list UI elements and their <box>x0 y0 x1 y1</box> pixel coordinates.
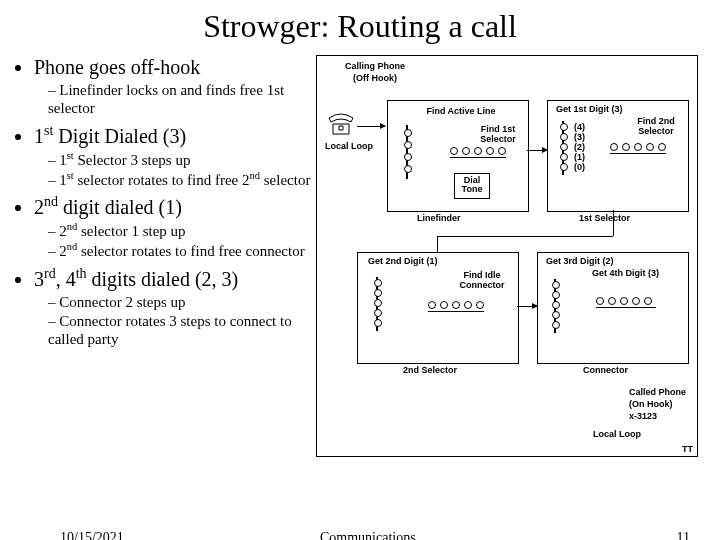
horiz-selector-icon <box>596 307 656 311</box>
switch-icon <box>548 279 594 333</box>
switch-icon <box>400 125 446 179</box>
bullet-2-text: 1st Digit Dialed (3) <box>34 125 186 147</box>
off-hook-label: (Off Hook) <box>335 74 415 84</box>
first-selector-label: 1st Selector <box>579 214 630 224</box>
bullet-1-text: Phone goes off-hook <box>34 56 200 78</box>
find-active-label: Find Active Line <box>406 107 516 117</box>
bullet-2: 1st Digit Dialed (3) 1st Selector 3 step… <box>34 123 316 189</box>
footer-date: 10/15/2021 <box>60 530 124 540</box>
called-number-label: x-3123 <box>629 412 699 422</box>
connector-line <box>437 236 438 252</box>
first-selector-box: Get 1st Digit (3) Find 2nd Selector (4) … <box>547 100 689 212</box>
bullet-3: 2nd digit dialed (1) 2nd selector 1 step… <box>34 195 316 261</box>
find-idle-label: Find Idle Connector <box>452 271 512 291</box>
horiz-selector-icon <box>428 311 484 315</box>
subbullet: 2nd selector 1 step up <box>48 221 316 240</box>
calling-phone-label: Calling Phone <box>335 62 415 72</box>
bullet-4: 3rd, 4th digits dialed (2, 3) Connector … <box>34 266 316 348</box>
local-loop-2-label: Local Loop <box>593 430 641 440</box>
phone-icon <box>327 112 355 136</box>
subbullet: Connector 2 steps up <box>48 293 316 311</box>
linefinder-label: Linefinder <box>417 214 461 224</box>
get-2nd-digit-label: Get 2nd Digit (1) <box>368 257 438 267</box>
subbullet: 1st selector rotates to find free 2nd se… <box>48 170 316 189</box>
called-phone-label: Called Phone <box>629 388 699 398</box>
strowger-diagram: Calling Phone (Off Hook) Local Loop Find… <box>316 55 698 457</box>
footer-title: Communications <box>320 530 416 540</box>
dial-tone-box: Dial Tone <box>454 173 490 199</box>
arrow-icon <box>357 126 385 127</box>
bullet-3-text: 2nd digit dialed (1) <box>34 196 182 218</box>
second-selector-label: 2nd Selector <box>403 366 457 376</box>
bullet-4-text: 3rd, 4th digits dialed (2, 3) <box>34 268 238 290</box>
tt-credit: TT <box>682 444 693 454</box>
arrow-icon <box>527 150 547 151</box>
on-hook-label: (On Hook) <box>629 400 699 410</box>
subbullet: 2nd selector rotates to find free connec… <box>48 241 316 260</box>
second-selector-box: Get 2nd Digit (1) Find Idle Connector <box>357 252 519 364</box>
horiz-selector-icon <box>610 153 666 157</box>
find-2nd-label: Find 2nd Selector <box>626 117 686 137</box>
subbullet: Linefinder locks on and finds free 1st s… <box>48 81 316 117</box>
local-loop-label: Local Loop <box>319 142 379 152</box>
switch-icon <box>370 277 416 331</box>
get-4th-digit-label: Get 4th Digit (3) <box>592 269 659 279</box>
slide-title: Strowger: Routing a call <box>0 8 720 45</box>
subbullet: Connector rotates 3 steps to connect to … <box>48 312 316 348</box>
level-label: (0) <box>574 163 585 173</box>
find-1st-label: Find 1st Selector <box>470 125 526 145</box>
connector-line <box>437 236 613 237</box>
connector-label: Connector <box>583 366 628 376</box>
footer-page-number: 11 <box>677 530 690 540</box>
bullet-1: Phone goes off-hook Linefinder locks on … <box>34 55 316 117</box>
diagram-column: Calling Phone (Off Hook) Local Loop Find… <box>316 55 706 457</box>
content: Phone goes off-hook Linefinder locks on … <box>0 55 720 457</box>
connector-line <box>613 210 614 236</box>
get-3rd-digit-label: Get 3rd Digit (2) <box>546 257 614 267</box>
bullet-column: Phone goes off-hook Linefinder locks on … <box>16 55 316 457</box>
linefinder-box: Find Active Line Find 1st Selector Dial … <box>387 100 529 212</box>
horiz-selector-icon <box>450 157 506 161</box>
get-1st-digit-label: Get 1st Digit (3) <box>556 105 623 115</box>
subbullet: 1st Selector 3 steps up <box>48 150 316 169</box>
connector-box: Get 3rd Digit (2) Get 4th Digit (3) <box>537 252 689 364</box>
arrow-icon <box>517 306 537 307</box>
